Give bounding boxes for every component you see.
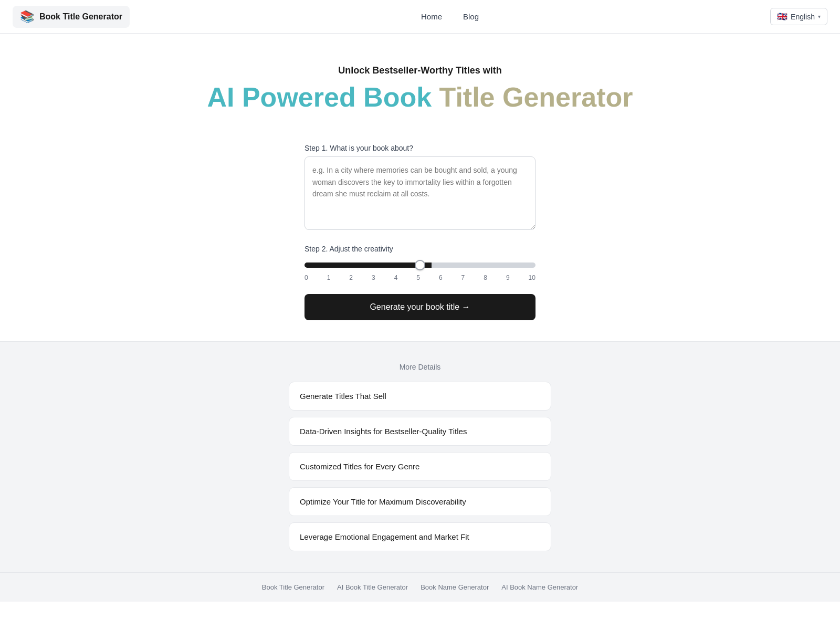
more-details-title: More Details <box>10 363 830 371</box>
detail-card-2[interactable]: Customized Titles for Every Genre <box>289 452 551 481</box>
tick-2: 2 <box>349 274 353 281</box>
footer-link-2[interactable]: Book Name Generator <box>421 583 489 591</box>
details-list: Generate Titles That Sell Data-Driven In… <box>289 382 551 551</box>
tick-7: 7 <box>461 274 465 281</box>
brand-logo[interactable]: 📚 Book Title Generator <box>13 6 130 28</box>
nav-home[interactable]: Home <box>421 12 442 21</box>
tick-5: 5 <box>416 274 420 281</box>
book-description-input[interactable] <box>304 156 536 230</box>
language-selector[interactable]: 🇬🇧 English ▾ <box>770 8 827 25</box>
footer-link-1[interactable]: AI Book Title Generator <box>337 583 408 591</box>
brand-label: Book Title Generator <box>39 12 122 22</box>
tick-0: 0 <box>304 274 308 281</box>
footer: Book Title Generator AI Book Title Gener… <box>0 572 840 602</box>
slider-ticks: 0 1 2 3 4 5 6 7 8 9 10 <box>304 274 536 281</box>
hero-title-ai: AI Powered Book <box>207 82 439 112</box>
step2-label: Step 2. Adjust the creativity <box>304 245 536 253</box>
logo-icon: 📚 <box>20 10 34 24</box>
creativity-slider[interactable] <box>304 262 536 268</box>
language-text: English <box>791 13 815 21</box>
tick-8: 8 <box>484 274 487 281</box>
hero-section: Unlock Bestseller-Worthy Titles with AI … <box>0 34 840 133</box>
tick-9: 9 <box>506 274 510 281</box>
navbar: 📚 Book Title Generator Home Blog 🇬🇧 Engl… <box>0 0 840 34</box>
flag-icon: 🇬🇧 <box>777 12 788 22</box>
hero-title: AI Powered Book Title Generator <box>10 82 830 112</box>
tick-10: 10 <box>529 274 536 281</box>
detail-card-1[interactable]: Data-Driven Insights for Bestseller-Qual… <box>289 417 551 446</box>
detail-card-4[interactable]: Leverage Emotional Engagement and Market… <box>289 522 551 551</box>
tick-3: 3 <box>372 274 375 281</box>
more-details-section: More Details Generate Titles That Sell D… <box>0 341 840 572</box>
tick-4: 4 <box>394 274 398 281</box>
form-container: Step 1. What is your book about? Step 2.… <box>294 133 546 341</box>
footer-link-3[interactable]: AI Book Name Generator <box>501 583 578 591</box>
hero-title-title: Title Generator <box>439 82 633 112</box>
generate-button[interactable]: Generate your book title → <box>304 294 536 320</box>
detail-card-0[interactable]: Generate Titles That Sell <box>289 382 551 411</box>
creativity-slider-wrapper <box>304 260 536 270</box>
tick-6: 6 <box>439 274 443 281</box>
tick-1: 1 <box>327 274 331 281</box>
nav-blog[interactable]: Blog <box>463 12 479 21</box>
nav-links: Home Blog <box>421 12 479 21</box>
chevron-down-icon: ▾ <box>818 14 821 19</box>
step1-label: Step 1. What is your book about? <box>304 144 536 152</box>
footer-link-0[interactable]: Book Title Generator <box>262 583 324 591</box>
hero-subtitle: Unlock Bestseller-Worthy Titles with <box>10 65 830 76</box>
footer-links: Book Title Generator AI Book Title Gener… <box>10 583 830 591</box>
detail-card-3[interactable]: Optimize Your Title for Maximum Discover… <box>289 487 551 516</box>
